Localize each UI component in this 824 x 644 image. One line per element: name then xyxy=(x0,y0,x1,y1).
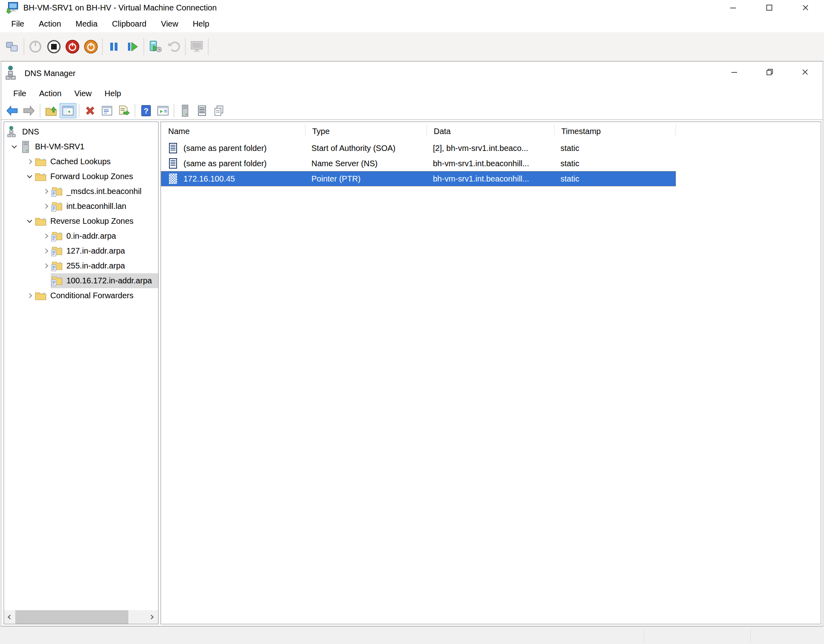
record-list-icon xyxy=(197,105,207,116)
vm-menu-media[interactable]: Media xyxy=(68,15,105,32)
chevron-right-icon[interactable] xyxy=(40,249,51,253)
status-bar-divider xyxy=(644,628,644,642)
record-type: Pointer (PTR) xyxy=(305,171,426,186)
stop-button[interactable] xyxy=(45,37,63,56)
enhanced-session-button[interactable] xyxy=(187,37,206,56)
chevron-down-icon[interactable] xyxy=(9,146,19,148)
up-one-level-button[interactable] xyxy=(43,103,60,118)
close-icon xyxy=(802,69,808,75)
show-action-pane-button[interactable] xyxy=(154,103,171,118)
tree-item-int-beaconhill-lan[interactable]: int.beaconhill.lan xyxy=(4,199,158,214)
back-arrow-icon xyxy=(6,105,18,116)
chevron-right-icon[interactable] xyxy=(24,294,35,297)
tree-item-conditional-forwarders[interactable]: Conditional Forwarders xyxy=(4,288,158,303)
record-data: bh-vm-srv1.int.beaconhill... xyxy=(426,156,554,171)
dns-close-button[interactable] xyxy=(793,65,817,79)
record-list-button[interactable] xyxy=(194,103,210,118)
column-divider[interactable] xyxy=(426,124,427,136)
dns-menu-help[interactable]: Help xyxy=(98,85,128,102)
resume-button[interactable] xyxy=(123,37,142,56)
column-divider[interactable] xyxy=(676,124,676,136)
dns-menu-file[interactable]: File xyxy=(7,85,33,102)
server-icon xyxy=(182,105,188,117)
record-row-soa[interactable]: (same as parent folder) Start of Authori… xyxy=(161,140,676,156)
chevron-right-icon[interactable] xyxy=(24,160,35,163)
chevron-right-icon[interactable] xyxy=(40,190,51,193)
record-name: 172.16.100.45 xyxy=(183,174,235,184)
scrollbar-thumb[interactable] xyxy=(15,610,128,624)
toolbar-separator xyxy=(174,104,174,118)
start-button[interactable] xyxy=(26,37,45,56)
tree-item-label: 0.in-addr.arpa xyxy=(66,231,117,241)
vm-menu-clipboard[interactable]: Clipboard xyxy=(105,15,154,32)
show-console-tree-button[interactable] xyxy=(60,103,76,118)
dns-menu-view[interactable]: View xyxy=(68,85,98,102)
dns-restore-button[interactable] xyxy=(758,65,782,79)
dns-menu-action[interactable]: Action xyxy=(33,85,68,102)
ctrl-alt-del-button[interactable] xyxy=(3,37,22,56)
chevron-down-icon[interactable] xyxy=(24,220,35,222)
folder-icon xyxy=(35,156,47,168)
vm-close-button[interactable] xyxy=(793,1,818,14)
vm-menu-view[interactable]: View xyxy=(154,15,185,32)
pause-button[interactable] xyxy=(105,37,123,56)
zone-folder-icon xyxy=(51,260,63,272)
delete-button[interactable] xyxy=(82,103,99,118)
turn-off-button[interactable] xyxy=(63,37,82,56)
copy-button[interactable] xyxy=(210,103,227,118)
power-start-icon xyxy=(29,40,42,54)
tree-horizontal-scrollbar[interactable] xyxy=(4,610,158,624)
export-list-button[interactable] xyxy=(115,103,132,118)
tree-item-255-in-addr-arpa[interactable]: 255.in-addr.arpa xyxy=(4,258,158,273)
tree-item-label: int.beaconhill.lan xyxy=(66,202,128,211)
column-header-name[interactable]: Name xyxy=(161,122,305,140)
help-button[interactable]: ? xyxy=(138,103,154,118)
record-row-ns[interactable]: (same as parent folder) Name Server (NS)… xyxy=(161,156,676,171)
tree-item-label: 255.in-addr.arpa xyxy=(66,261,127,270)
vm-maximize-button[interactable] xyxy=(757,1,781,14)
tree-item-msdcs-zone[interactable]: _msdcs.int.beaconhil xyxy=(4,184,158,199)
chevron-right-icon[interactable] xyxy=(40,234,51,238)
dns-minimize-button[interactable] xyxy=(722,65,746,79)
tree-item-cached-lookups[interactable]: Cached Lookups xyxy=(4,154,158,169)
folder-icon xyxy=(35,215,47,227)
vm-menu-file[interactable]: File xyxy=(4,15,31,32)
tree-item-forward-lookup-zones[interactable]: Forward Lookup Zones xyxy=(4,169,158,184)
tree-item-100-16-172-in-addr-arpa[interactable]: 100.16.172.in-addr.arpa xyxy=(4,273,158,288)
column-divider[interactable] xyxy=(554,124,554,136)
server-tool-button[interactable] xyxy=(177,103,194,118)
column-header-timestamp[interactable]: Timestamp xyxy=(554,122,676,140)
vm-menubar: File Action Media Clipboard View Help xyxy=(0,15,824,32)
tree-item-0-in-addr-arpa[interactable]: 0.in-addr.arpa xyxy=(4,229,158,244)
chevron-right-icon[interactable] xyxy=(40,204,51,208)
column-divider[interactable] xyxy=(305,124,305,136)
vm-minimize-button[interactable] xyxy=(721,1,745,14)
restore-icon xyxy=(766,68,773,76)
vm-menu-action[interactable]: Action xyxy=(31,15,68,32)
record-row-ptr-selected[interactable]: 172.16.100.45 Pointer (PTR) bh-vm-srv1.i… xyxy=(161,171,676,186)
chevron-right-icon[interactable] xyxy=(40,264,51,268)
record-name: (same as parent folder) xyxy=(183,144,267,153)
ctrl-alt-del-icon xyxy=(6,41,19,53)
console-tree-icon xyxy=(62,105,74,116)
scroll-right-arrow[interactable] xyxy=(145,610,157,624)
maximize-icon xyxy=(766,4,772,11)
tree-item-reverse-lookup-zones[interactable]: Reverse Lookup Zones xyxy=(4,214,158,229)
shut-down-button[interactable] xyxy=(82,37,100,56)
column-header-data[interactable]: Data xyxy=(426,122,554,140)
properties-button[interactable] xyxy=(99,103,115,118)
tree-item-127-in-addr-arpa[interactable]: 127.in-addr.arpa xyxy=(4,244,158,258)
column-header-type[interactable]: Type xyxy=(305,122,426,140)
tree-item-bh-vm-srv1[interactable]: BH-VM-SRV1 xyxy=(4,139,158,154)
back-button[interactable] xyxy=(4,103,21,118)
checkpoint-button[interactable] xyxy=(146,37,165,56)
revert-button[interactable] xyxy=(165,37,183,56)
vm-menu-help[interactable]: Help xyxy=(185,15,216,32)
delete-x-icon xyxy=(84,105,96,116)
chevron-down-icon[interactable] xyxy=(24,175,35,178)
scroll-left-arrow[interactable] xyxy=(4,610,16,624)
tree-item-dns-root[interactable]: DNS xyxy=(4,124,158,139)
zone-folder-icon xyxy=(51,245,63,257)
record-timestamp: static xyxy=(554,156,676,171)
forward-button[interactable] xyxy=(21,103,37,118)
